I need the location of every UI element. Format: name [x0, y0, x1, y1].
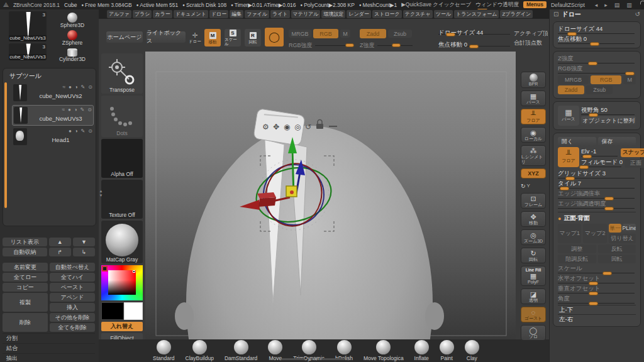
strip-transparent[interactable]: ◪透明: [521, 288, 546, 304]
panel-draw-size-slider[interactable]: ドローサイズ 44: [558, 25, 636, 35]
eye-icon[interactable]: ⊙: [88, 84, 92, 90]
menu-render[interactable]: レンダー: [347, 10, 371, 18]
draw-pointer-tool[interactable]: ✛ ドロー: [188, 29, 202, 47]
panel-resize-handle[interactable]: ▲▼: [99, 179, 103, 207]
shift-up-button[interactable]: ↱: [49, 248, 71, 256]
panel-m-toggle[interactable]: M: [623, 75, 636, 84]
lightbox-button[interactable]: ライトボックス: [147, 31, 186, 43]
draw-size-slider[interactable]: ドローサイズ 44: [438, 26, 511, 35]
shade-toggle-icon[interactable]: ◑: [75, 84, 78, 90]
list-view-button[interactable]: リスト表示: [3, 238, 47, 246]
strip-y-axis[interactable]: ↻Y: [521, 181, 546, 190]
polypaint-toggle-icon[interactable]: ●: [69, 84, 72, 90]
reset-icon[interactable]: ↺: [635, 11, 640, 18]
flip-icon[interactable]: ≈: [63, 84, 65, 90]
texture-tile[interactable]: Texture Off: [101, 180, 143, 219]
strip-ghost[interactable]: ◌ゴースト: [521, 307, 546, 322]
window-transparency-slider[interactable]: ウィンドウ透明度: [475, 1, 519, 9]
v-offset-slider[interactable]: 垂直オフセット: [558, 285, 636, 294]
rotate-tool[interactable]: R 回転: [245, 29, 261, 47]
floor-toggle[interactable]: ╨ フロア: [558, 147, 579, 167]
up-down-section[interactable]: 上-下: [558, 305, 636, 314]
menu-document[interactable]: ドキュメント: [174, 10, 208, 18]
quicksave-button[interactable]: ▶QuickSave クイックセーブ: [401, 1, 471, 9]
front-back-section-header[interactable]: ● 正面-背面: [558, 212, 636, 222]
scroll-up-icon[interactable]: ▲: [308, 357, 312, 361]
shade-toggle-icon[interactable]: ◑: [75, 128, 78, 134]
delete-button[interactable]: 削除: [3, 313, 48, 332]
menu-draw[interactable]: ドロー: [209, 10, 228, 18]
panel-rgb-toggle[interactable]: RGB: [591, 75, 621, 84]
front-button[interactable]: 正面: [625, 159, 644, 168]
paste-button[interactable]: ペースト: [50, 283, 95, 292]
alpha-tile[interactable]: Alpha Off: [101, 139, 143, 178]
shade-toggle-icon[interactable]: ◑: [74, 107, 77, 113]
panel-right-icon[interactable]: ▥: [625, 2, 633, 8]
strip-rotate-view[interactable]: ↻回転: [521, 248, 546, 263]
elevation-slider[interactable]: Elv -1: [581, 148, 619, 157]
rgb-toggle[interactable]: RGB: [313, 29, 338, 38]
scale-tool[interactable]: S スケール: [225, 29, 241, 47]
tool-thumb-zsphere[interactable]: ZSphere: [48, 29, 96, 47]
panel-focal-shift-slider[interactable]: 焦点移動 0: [558, 35, 636, 45]
map2-button[interactable]: マップ2: [583, 224, 606, 243]
subtool-row-head1[interactable]: ● ◑ ✎ ⊙ Head1: [12, 127, 94, 148]
home-page-button[interactable]: ホームページ: [106, 31, 143, 43]
globe-icon[interactable]: ◎: [294, 123, 301, 131]
menu-stroke[interactable]: ストローク: [372, 10, 402, 18]
lock-icon[interactable]: [316, 120, 323, 129]
material-tile[interactable]: MatCap Gray: [101, 221, 143, 263]
menu-brush[interactable]: ブラシ: [133, 10, 152, 18]
gizmo-x-box-front[interactable]: [258, 197, 276, 207]
scroll-left-icon[interactable]: ◂: [594, 2, 599, 8]
m-toggle[interactable]: M: [340, 30, 350, 38]
head-model[interactable]: [186, 126, 433, 339]
duplicate-button[interactable]: 複製: [3, 293, 48, 312]
document-canvas[interactable]: ⚙ ✥ ◉ ◎ ↺: [145, 52, 516, 339]
brush-move[interactable]: Move: [268, 340, 282, 361]
auto-sort-button[interactable]: 自動並べ替え: [50, 263, 95, 272]
edge-magnify-slider[interactable]: エッジ強調倍率: [558, 190, 636, 199]
menu-preferences[interactable]: 環境設定: [321, 10, 345, 18]
strip-bpr[interactable]: BPR: [521, 72, 546, 88]
tiles-slider[interactable]: タイル 7: [558, 180, 636, 189]
delete-all-button[interactable]: 全てを削除: [50, 323, 95, 332]
single-button[interactable]: 単一: [609, 224, 622, 233]
extract-button[interactable]: 抽出: [3, 353, 95, 362]
grid-size-slider[interactable]: グリッドサイズ 3: [558, 170, 636, 179]
left-right-section[interactable]: 左-右: [558, 314, 636, 324]
mrgb-toggle[interactable]: MRGB: [289, 30, 311, 38]
strip-xyz[interactable]: XYZ: [521, 168, 546, 178]
move-down-button[interactable]: ▼: [73, 238, 95, 246]
polypaint-toggle-icon[interactable]: ●: [69, 128, 72, 134]
fill-mode-slider[interactable]: フィルモード 0: [581, 158, 623, 168]
copy-button[interactable]: コピー: [3, 283, 48, 292]
auto-collapse-button[interactable]: 自動収納: [3, 248, 47, 256]
menu-zplugin[interactable]: Zプラグイン: [500, 10, 533, 18]
h-offset-slider[interactable]: 水平オフセット: [558, 275, 636, 284]
menu-material[interactable]: マテリアル: [291, 10, 321, 18]
strip-perspective[interactable]: ▦パース: [521, 90, 546, 106]
all-high-button[interactable]: 全てハイ: [50, 273, 95, 282]
tool-thumb-cylinder3d[interactable]: Cylinder3D: [48, 47, 96, 64]
split-button[interactable]: 分割: [3, 333, 95, 343]
switch-button[interactable]: 切り替え: [609, 234, 636, 243]
strip-floor[interactable]: ╨フロア: [521, 109, 546, 124]
switch-color-button[interactable]: 入れ替え: [101, 322, 143, 331]
menu-alpha[interactable]: アルファ: [107, 10, 131, 18]
brush-icon[interactable]: ✎: [81, 84, 86, 90]
map-scale-slider[interactable]: スケール: [558, 265, 636, 274]
snap-button[interactable]: スナップ: [621, 148, 644, 157]
panel-zsub-toggle[interactable]: Zsub: [586, 85, 613, 94]
gradient-invert-button[interactable]: 階調反転: [558, 255, 596, 263]
zadd-toggle[interactable]: Zadd: [360, 29, 386, 38]
brush-claybuildup[interactable]: ClayBuildup: [186, 340, 214, 361]
brush-movetopological[interactable]: Move Topologica: [364, 340, 404, 361]
tool-thumb-cube-small[interactable]: 3 cube_NewUVs3: [9, 43, 47, 60]
all-low-button[interactable]: 全てロー: [3, 273, 48, 282]
strip-zoom3d[interactable]: ◎ズーム3D: [521, 229, 546, 245]
panel-rgb-intensity-slider[interactable]: RGB強度: [558, 65, 636, 74]
align-to-object-button[interactable]: オブジェクトに整列: [581, 116, 636, 126]
panel-left-icon[interactable]: ▤: [613, 2, 621, 8]
color-picker[interactable]: [101, 265, 143, 300]
